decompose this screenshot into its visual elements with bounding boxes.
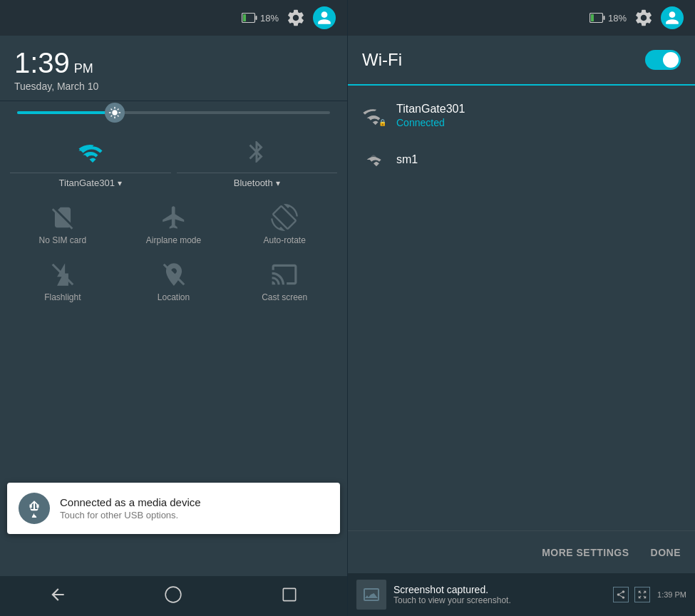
screenshot-thumbnail — [356, 580, 386, 610]
network-name-1: TitanGate301 — [396, 103, 465, 115]
notification-text: Connected as a media device Touch for ot… — [60, 496, 201, 520]
notification-card[interactable]: Connected as a media device Touch for ot… — [7, 483, 340, 534]
back-button[interactable] — [48, 585, 67, 607]
screenshot-subtitle: Touch to view your screenshot. — [393, 595, 606, 605]
settings-icon-right[interactable] — [634, 8, 654, 28]
bluetooth-icon — [244, 139, 269, 165]
wifi-label: TitanGate301 — [59, 178, 115, 188]
airplane-icon — [160, 204, 187, 231]
network-info-1: TitanGate301 Connected — [396, 103, 465, 128]
status-bar-left: 18% — [0, 0, 347, 36]
screenshot-notification[interactable]: Screenshot captured. Touch to view your … — [348, 573, 695, 616]
time-display: 1:39 — [14, 47, 70, 79]
screenshot-text: Screenshot captured. Touch to view your … — [393, 584, 606, 605]
home-button[interactable] — [164, 585, 182, 607]
wifi-network-list: 🔒 TitanGate301 Connected sm1 — [348, 86, 695, 530]
screenshot-expand-button[interactable] — [634, 587, 650, 602]
left-panel: 18% 1:39 PM Tuesday, March 10 — [0, 0, 347, 616]
no-sim-label: No SIM card — [38, 235, 86, 245]
svg-rect-6 — [283, 588, 295, 600]
wifi-toggle[interactable]: TitanGate301 ▾ — [7, 128, 174, 191]
bluetooth-label-row: Bluetooth ▾ — [177, 173, 338, 188]
brightness-fill — [17, 111, 111, 114]
battery-indicator-right: 18% — [590, 13, 627, 24]
wifi-icon — [78, 139, 103, 165]
cast-icon — [271, 261, 298, 288]
location-tile[interactable]: Location — [118, 254, 230, 307]
bluetooth-toggle[interactable]: Bluetooth ▾ — [174, 128, 341, 191]
brightness-thumb[interactable] — [105, 103, 125, 123]
wifi-icon-area — [69, 134, 112, 170]
bluetooth-icon-area — [235, 134, 278, 170]
wifi-signal-icon-2 — [362, 148, 385, 171]
wifi-bluetooth-row: TitanGate301 ▾ Bluetooth ▾ — [7, 128, 340, 191]
wifi-title-bar: Wi-Fi — [348, 36, 695, 86]
svg-point-5 — [166, 587, 182, 602]
usb-icon — [25, 499, 43, 518]
location-icon — [160, 261, 187, 288]
wifi-network-item-1[interactable]: 🔒 TitanGate301 Connected — [348, 93, 695, 138]
tiles-row-2: Flashlight Location Cast screen — [7, 254, 340, 307]
usb-icon-circle — [19, 493, 50, 524]
cast-label: Cast screen — [262, 292, 307, 302]
wifi-label-row: TitanGate301 ▾ — [10, 173, 171, 188]
network-info-2: sm1 — [396, 153, 418, 166]
status-bar-right: 18% — [348, 0, 695, 36]
wifi-title: Wi-Fi — [362, 50, 402, 70]
notification-title: Connected as a media device — [60, 496, 201, 508]
auto-rotate-icon — [271, 204, 298, 231]
notification-subtitle: Touch for other USB options. — [60, 510, 201, 520]
wifi-chevron[interactable]: ▾ — [118, 178, 122, 188]
wifi-footer: MORE SETTINGS DONE — [348, 530, 695, 573]
svg-rect-8 — [603, 16, 604, 20]
flashlight-icon — [49, 261, 76, 288]
settings-icon[interactable] — [286, 8, 306, 28]
tiles-row-1: No SIM card Airplane mode Auto-rotate — [7, 197, 340, 250]
location-label: Location — [158, 292, 190, 302]
flashlight-label: Flashlight — [44, 292, 81, 302]
user-avatar-right[interactable] — [661, 6, 684, 29]
wifi-toggle-switch[interactable] — [645, 50, 681, 70]
airplane-tile[interactable]: Airplane mode — [118, 197, 230, 250]
svg-text:🔒: 🔒 — [379, 118, 385, 127]
bluetooth-chevron[interactable]: ▾ — [276, 178, 280, 188]
screenshot-share-button[interactable] — [613, 587, 629, 602]
network-status-1: Connected — [396, 117, 465, 128]
wifi-network-item-2[interactable]: sm1 — [348, 138, 695, 181]
brightness-slider[interactable] — [17, 111, 330, 114]
date-display: Tuesday, March 10 — [14, 81, 333, 92]
no-sim-icon — [49, 204, 76, 231]
auto-rotate-tile[interactable]: Auto-rotate — [229, 197, 340, 250]
svg-rect-2 — [243, 14, 246, 21]
wifi-signal-icon-1: 🔒 — [362, 104, 385, 127]
user-avatar[interactable] — [313, 6, 336, 29]
auto-rotate-label: Auto-rotate — [263, 235, 305, 245]
network-name-2: sm1 — [396, 153, 418, 166]
time-ampm: PM — [74, 61, 93, 76]
more-settings-button[interactable]: MORE SETTINGS — [542, 547, 629, 558]
svg-rect-9 — [591, 14, 594, 21]
recents-button[interactable] — [280, 585, 299, 607]
nav-bar — [0, 576, 347, 616]
airplane-label: Airplane mode — [146, 235, 201, 245]
bluetooth-label: Bluetooth — [234, 178, 273, 188]
svg-rect-1 — [255, 16, 257, 20]
cast-tile[interactable]: Cast screen — [229, 254, 340, 307]
brightness-section — [0, 101, 347, 121]
screenshot-actions — [613, 587, 650, 602]
done-button[interactable]: DONE — [651, 547, 681, 558]
battery-indicator: 18% — [242, 13, 279, 24]
time-block: 1:39 PM Tuesday, March 10 — [0, 36, 347, 101]
flashlight-tile[interactable]: Flashlight — [7, 254, 118, 307]
right-panel: 18% Wi-Fi 🔒 TitanGate301 — [347, 0, 695, 616]
quick-settings: TitanGate301 ▾ Bluetooth ▾ — [0, 121, 347, 314]
screenshot-time: 1:39 PM — [657, 590, 686, 599]
no-sim-tile[interactable]: No SIM card — [7, 197, 118, 250]
screenshot-title: Screenshot captured. — [393, 584, 606, 595]
